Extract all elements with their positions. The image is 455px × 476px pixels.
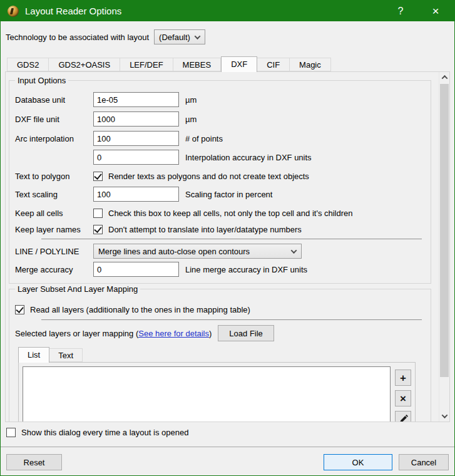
- tab-lef-def[interactable]: LEF/DEF: [120, 58, 173, 71]
- list-action-buttons: + ×: [395, 366, 411, 422]
- scroll-up-button[interactable]: [439, 72, 449, 83]
- ok-button[interactable]: OK: [324, 454, 392, 470]
- keep-layer-names-checkbox[interactable]: [93, 225, 103, 234]
- field-label: Arc interpolation: [15, 134, 93, 143]
- layout-reader-options-dialog: Layout Reader Options ? × Technology to …: [0, 0, 455, 476]
- form-row: Merge accuracy Line merge accuracy in DX…: [15, 262, 424, 277]
- checkbox-label: Check this box to keep all cells, not on…: [108, 209, 353, 218]
- chevron-down-icon: [291, 247, 297, 254]
- titlebar[interactable]: Layout Reader Options ? ×: [1, 1, 454, 21]
- form-row: Database unit µm: [15, 92, 424, 107]
- format-tabbar: GDS2 GDS2+OASIS LEF/DEF MEBES DXF CIF Ma…: [7, 56, 454, 71]
- dialog-button-row: Reset OK Cancel: [6, 454, 449, 470]
- tab-magic[interactable]: Magic: [290, 58, 331, 71]
- form-row: LINE / POLYLINE Merge lines and auto-clo…: [15, 244, 424, 259]
- checkbox-label: Render texts as polygons and do not crea…: [108, 172, 309, 181]
- help-button[interactable]: ?: [386, 1, 416, 21]
- field-unit: µm: [185, 95, 197, 105]
- mapping-tab-pane: + ×: [18, 362, 416, 422]
- dxf-file-unit-input[interactable]: [93, 111, 179, 127]
- chevron-down-icon: [441, 412, 447, 418]
- selected-layers-label-suffix: ): [209, 329, 212, 338]
- reset-button[interactable]: Reset: [6, 454, 62, 470]
- add-entry-button[interactable]: +: [395, 370, 411, 386]
- cancel-button[interactable]: Cancel: [399, 454, 449, 470]
- dxf-options-pane: Input Options Database unit µm DXF file …: [5, 71, 450, 422]
- tab-gds2[interactable]: GDS2: [7, 58, 49, 71]
- plus-icon: +: [400, 373, 406, 383]
- field-label: DXF file unit: [15, 115, 93, 124]
- keep-all-cells-checkbox[interactable]: [93, 209, 103, 218]
- form-row: Read all layers (additionally to the one…: [15, 305, 424, 314]
- edit-entry-button[interactable]: [395, 411, 411, 422]
- form-row: Keep layer names Don't attempt to transl…: [15, 225, 424, 234]
- form-row: Text to polygon Render texts as polygons…: [15, 172, 424, 181]
- scroll-viewport: Input Options Database unit µm DXF file …: [6, 72, 439, 422]
- form-row: DXF file unit µm: [15, 111, 424, 127]
- field-desc: Line merge accuracy in DXF units: [185, 265, 307, 274]
- scroll-down-button[interactable]: [439, 411, 449, 422]
- form-row: Interpolation accuracy in DXF units: [15, 150, 424, 165]
- form-row: Text scaling Scaling factor in percent: [15, 187, 424, 202]
- separator: [41, 239, 422, 239]
- scrollbar-thumb[interactable]: [440, 84, 449, 377]
- field-desc: # of points: [185, 134, 223, 143]
- tab-cif[interactable]: CIF: [257, 58, 290, 71]
- details-link[interactable]: See here for details: [138, 329, 209, 338]
- line-polyline-select[interactable]: Merge lines and auto-close open contours: [93, 244, 302, 259]
- pencil-icon: [399, 415, 408, 422]
- technology-select[interactable]: (Default): [154, 29, 205, 44]
- group-title: Input Options: [15, 76, 68, 85]
- layer-mapping-group: Layer Subset And Layer Mapping Read all …: [9, 289, 431, 422]
- field-unit: µm: [185, 115, 197, 124]
- group-title: Layer Subset And Layer Mapping: [15, 284, 140, 294]
- field-label: Keep layer names: [15, 225, 93, 234]
- x-icon: ×: [400, 393, 406, 404]
- checkbox-label: Show this dialog every time a layout is …: [21, 428, 188, 437]
- window-title: Layout Reader Options: [25, 6, 121, 16]
- interpolation-accuracy-input[interactable]: [93, 150, 179, 165]
- arc-interpolation-input[interactable]: [93, 131, 179, 146]
- layer-mapping-header-row: Selected layers or layer mapping (See he…: [15, 325, 424, 341]
- show-dialog-row: Show this dialog every time a layout is …: [6, 428, 454, 437]
- tab-gds2-oasis[interactable]: GDS2+OASIS: [49, 58, 120, 71]
- field-label: Text to polygon: [15, 172, 93, 181]
- line-polyline-selected-value: Merge lines and auto-close open contours: [98, 247, 250, 256]
- technology-label: Technology to be associated with layout: [6, 33, 149, 42]
- layer-mapping-list[interactable]: [23, 366, 391, 422]
- field-desc: Interpolation accuracy in DXF units: [185, 153, 312, 162]
- chevron-up-icon: [441, 75, 447, 81]
- read-all-layers-checkbox[interactable]: [15, 305, 24, 314]
- merge-accuracy-input[interactable]: [93, 262, 179, 277]
- form-row: Keep all cells Check this box to keep al…: [15, 209, 424, 218]
- separator: [41, 319, 422, 320]
- form-row: Arc interpolation # of points: [15, 131, 424, 146]
- field-label: Keep all cells: [15, 209, 93, 218]
- technology-selected-value: (Default): [159, 33, 190, 42]
- technology-row: Technology to be associated with layout …: [6, 29, 449, 44]
- input-options-group: Input Options Database unit µm DXF file …: [9, 80, 431, 284]
- checkbox-label: Don't attempt to translate into layer/da…: [108, 225, 302, 234]
- database-unit-input[interactable]: [93, 92, 179, 107]
- tab-list[interactable]: List: [18, 347, 49, 363]
- show-dialog-checkbox[interactable]: [6, 428, 16, 437]
- tab-text[interactable]: Text: [49, 348, 83, 362]
- field-label: Text scaling: [15, 190, 93, 199]
- klayout-logo-icon: [8, 6, 19, 17]
- checkbox-label: Read all layers (additionally to the one…: [30, 305, 250, 314]
- load-file-button[interactable]: Load File: [218, 325, 274, 341]
- text-scaling-input[interactable]: [93, 187, 179, 202]
- vertical-scrollbar[interactable]: [439, 72, 449, 422]
- field-label: LINE / POLYLINE: [15, 247, 93, 256]
- close-button[interactable]: ×: [421, 1, 451, 21]
- selected-layers-label: Selected layers or layer mapping (: [15, 329, 138, 338]
- field-label: Merge accuracy: [15, 265, 93, 274]
- tab-mebes[interactable]: MEBES: [173, 58, 222, 71]
- delete-entry-button[interactable]: ×: [395, 390, 411, 406]
- text-to-polygon-checkbox[interactable]: [93, 172, 103, 181]
- field-label: Database unit: [15, 95, 93, 105]
- tab-dxf[interactable]: DXF: [221, 56, 257, 72]
- separator: [1, 447, 454, 447]
- field-desc: Scaling factor in percent: [185, 190, 272, 199]
- chevron-down-icon: [195, 33, 201, 39]
